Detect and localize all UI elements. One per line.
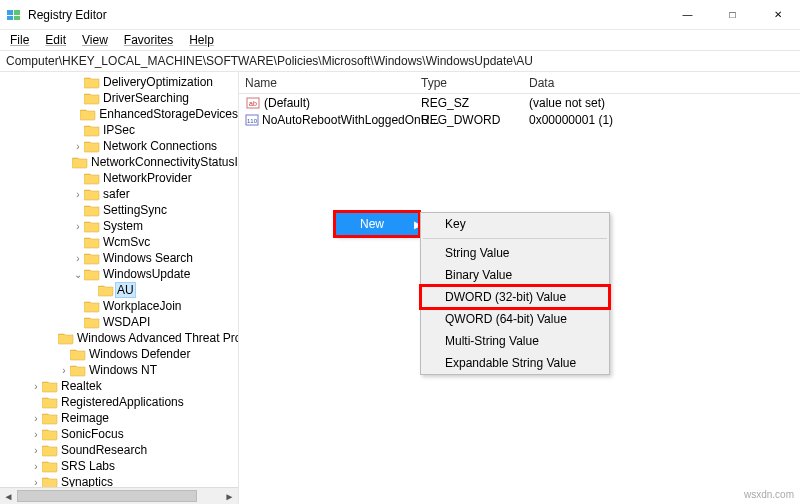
tree-item[interactable]: SettingSync	[2, 202, 238, 218]
tree-item[interactable]: WorkplaceJoin	[2, 298, 238, 314]
submenu-item[interactable]: Multi-String Value	[421, 330, 609, 352]
tree-item[interactable]: ⌄WindowsUpdate	[2, 266, 238, 282]
menu-separator	[423, 238, 607, 239]
tree-item[interactable]: DeliveryOptimization	[2, 74, 238, 90]
column-type[interactable]: Type	[415, 76, 523, 90]
tree-item[interactable]: RegisteredApplications	[2, 394, 238, 410]
svg-rect-2	[14, 10, 20, 15]
tree-item[interactable]: ›safer	[2, 186, 238, 202]
address-bar[interactable]: Computer\HKEY_LOCAL_MACHINE\SOFTWARE\Pol…	[0, 50, 800, 72]
menu-help[interactable]: Help	[183, 31, 220, 49]
tree-item-label: Windows Advanced Threat Protection	[77, 331, 239, 345]
tree-twisty-icon[interactable]: ›	[30, 445, 42, 456]
tree-item[interactable]: EnhancedStorageDevices	[2, 106, 238, 122]
tree-item[interactable]: ›Reimage	[2, 410, 238, 426]
menu-favorites[interactable]: Favorites	[118, 31, 179, 49]
folder-icon	[72, 155, 88, 169]
column-name[interactable]: Name	[239, 76, 415, 90]
submenu-item[interactable]: Expandable String Value	[421, 352, 609, 374]
tree-item[interactable]: ›SonicFocus	[2, 426, 238, 442]
tree-item[interactable]: Windows Advanced Threat Protection	[2, 330, 238, 346]
tree-twisty-icon[interactable]: ›	[30, 429, 42, 440]
context-submenu: KeyString ValueBinary ValueDWORD (32-bit…	[420, 212, 610, 375]
submenu-item[interactable]: Binary Value	[421, 264, 609, 286]
tree-twisty-icon[interactable]: ›	[72, 141, 84, 152]
tree-twisty-icon[interactable]: ›	[30, 381, 42, 392]
tree-item-label: DeliveryOptimization	[103, 75, 213, 89]
tree-twisty-icon[interactable]: ›	[30, 461, 42, 472]
menu-edit[interactable]: Edit	[39, 31, 72, 49]
folder-icon	[84, 299, 100, 313]
tree-item[interactable]: Windows Defender	[2, 346, 238, 362]
tree-item[interactable]: ›Realtek	[2, 378, 238, 394]
list-row[interactable]: ab(Default)REG_SZ(value not set)	[239, 94, 800, 111]
svg-rect-0	[7, 10, 13, 15]
folder-icon	[84, 139, 100, 153]
tree-item[interactable]: WSDAPI	[2, 314, 238, 330]
watermark: wsxdn.com	[744, 489, 794, 500]
scroll-thumb[interactable]	[17, 490, 197, 502]
list-row[interactable]: 110NoAutoRebootWithLoggedOnU...REG_DWORD…	[239, 111, 800, 128]
content-area: DeliveryOptimizationDriverSearchingEnhan…	[0, 72, 800, 504]
tree-item[interactable]: WcmSvc	[2, 234, 238, 250]
tree-twisty-icon[interactable]: ›	[58, 365, 70, 376]
tree-item[interactable]: ›Windows NT	[2, 362, 238, 378]
tree-twisty-icon[interactable]: ›	[72, 221, 84, 232]
folder-icon	[58, 331, 74, 345]
registry-tree[interactable]: DeliveryOptimizationDriverSearchingEnhan…	[0, 72, 238, 504]
minimize-button[interactable]: —	[665, 1, 710, 29]
tree-twisty-icon[interactable]: ⌄	[72, 269, 84, 280]
app-icon	[6, 7, 22, 23]
tree-item[interactable]: ›SRS Labs	[2, 458, 238, 474]
tree-item-label: Windows Search	[103, 251, 193, 265]
submenu-arrow-icon: ▶	[384, 219, 422, 230]
menu-file[interactable]: File	[4, 31, 35, 49]
tree-item[interactable]: NetworkConnectivityStatusIndicator	[2, 154, 238, 170]
tree-item-label: SoundResearch	[61, 443, 147, 457]
tree-item-label: safer	[103, 187, 130, 201]
maximize-button[interactable]: □	[710, 1, 755, 29]
close-button[interactable]: ✕	[755, 1, 800, 29]
tree-item-label: NetworkProvider	[103, 171, 192, 185]
menu-view[interactable]: View	[76, 31, 114, 49]
tree-item[interactable]: IPSec	[2, 122, 238, 138]
tree-item[interactable]: DriverSearching	[2, 90, 238, 106]
folder-icon	[42, 411, 58, 425]
tree-twisty-icon[interactable]: ›	[72, 189, 84, 200]
tree-item[interactable]: ›Network Connections	[2, 138, 238, 154]
folder-icon	[84, 91, 100, 105]
list-pane: Name Type Data ab(Default)REG_SZ(value n…	[239, 72, 800, 504]
submenu-item[interactable]: QWORD (64-bit) Value	[421, 308, 609, 330]
tree-twisty-icon[interactable]: ›	[30, 477, 42, 488]
folder-icon	[42, 427, 58, 441]
window-controls: — □ ✕	[665, 1, 800, 29]
folder-icon	[84, 171, 100, 185]
tree-twisty-icon[interactable]: ›	[30, 413, 42, 424]
tree-item[interactable]: AU	[2, 282, 238, 298]
scroll-track[interactable]	[17, 488, 221, 504]
context-menu-new[interactable]: New ▶	[336, 213, 418, 235]
scroll-right-arrow[interactable]: ►	[221, 488, 238, 505]
scroll-left-arrow[interactable]: ◄	[0, 488, 17, 505]
tree-twisty-icon[interactable]: ›	[72, 253, 84, 264]
tree-item[interactable]: NetworkProvider	[2, 170, 238, 186]
folder-icon	[80, 107, 96, 121]
tree-item-label: NetworkConnectivityStatusIndicator	[91, 155, 239, 169]
folder-icon	[42, 443, 58, 457]
tree-horizontal-scrollbar[interactable]: ◄ ►	[0, 487, 238, 504]
svg-text:ab: ab	[249, 100, 257, 107]
tree-item-label: WSDAPI	[103, 315, 150, 329]
svg-text:110: 110	[247, 118, 258, 124]
tree-item-label: WindowsUpdate	[103, 267, 190, 281]
submenu-item[interactable]: DWORD (32-bit) Value	[421, 286, 609, 308]
submenu-item[interactable]: Key	[421, 213, 609, 235]
tree-item-label: Windows NT	[89, 363, 157, 377]
submenu-item[interactable]: String Value	[421, 242, 609, 264]
folder-icon	[42, 379, 58, 393]
folder-icon	[42, 395, 58, 409]
list-body[interactable]: ab(Default)REG_SZ(value not set)110NoAut…	[239, 94, 800, 128]
tree-item[interactable]: ›SoundResearch	[2, 442, 238, 458]
tree-item[interactable]: ›Windows Search	[2, 250, 238, 266]
tree-item[interactable]: ›System	[2, 218, 238, 234]
column-data[interactable]: Data	[523, 76, 800, 90]
